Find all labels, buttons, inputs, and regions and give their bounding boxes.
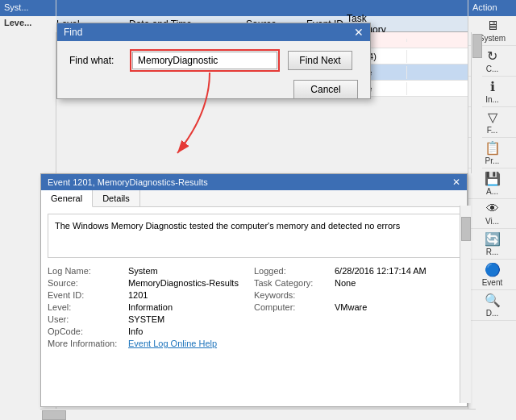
detail-field-level: Level: Information — [48, 302, 254, 312]
detail-content: The Windows Memory Diagnostic tested the… — [41, 207, 467, 401]
action-run[interactable]: 🔄 R... — [468, 229, 516, 260]
find-dialog-title: Find — [64, 27, 82, 38]
find-dialog-header: Find ✕ — [57, 23, 370, 41]
properties-icon: 📋 — [485, 140, 501, 156]
left-panel-header: Syst... — [0, 0, 56, 16]
find-row: Find what: Find Next — [69, 49, 358, 72]
event-detail-panel: Event 1201, MemoryDiagnostics-Results ✕ … — [40, 173, 468, 407]
detail-scrollbar-thumb[interactable] — [461, 217, 471, 241]
find-dialog-close-button[interactable]: ✕ — [354, 27, 364, 38]
run-icon: 🔄 — [485, 231, 501, 247]
eventid-label: Event ID: — [48, 290, 124, 300]
right-panel-header: Action — [468, 0, 516, 16]
system-icon: 🖥 — [486, 19, 499, 33]
detail-field-eventid: Event ID: 1201 — [48, 290, 254, 300]
logged-value: 6/28/2016 12:17:14 AM — [335, 266, 427, 276]
detail-title: Event 1201, MemoryDiagnostics-Results — [48, 177, 208, 187]
detail-field-taskcat: Task Category: None — [254, 278, 460, 288]
eventid-value: 1201 — [128, 290, 148, 300]
details-icon: 🔍 — [485, 293, 501, 308]
level-label-left: Leve... — [0, 16, 56, 32]
tab-details[interactable]: Details — [93, 190, 140, 206]
source-value: MemoryDiagnostics-Results — [128, 278, 239, 288]
detail-field-opcode: OpCode: Info — [48, 326, 254, 336]
action-view[interactable]: 👁 Vi... — [468, 199, 516, 229]
detail-fields: Log Name: System Source: MemoryDiagnosti… — [48, 266, 460, 348]
level-value: Information — [128, 302, 173, 312]
detail-field-moreinfo: More Information: Event Log Online Help — [48, 339, 254, 348]
taskcat-value: None — [335, 278, 356, 288]
event-list-scrollbar-thumb[interactable] — [472, 34, 482, 58]
filter-icon: ▽ — [488, 110, 497, 125]
detail-field-source: Source: MemoryDiagnostics-Results — [48, 278, 254, 288]
find-next-button[interactable]: Find Next — [288, 51, 352, 70]
refresh-icon: ↻ — [487, 48, 497, 64]
source-label: Source: — [48, 278, 124, 288]
opcode-value: Info — [128, 326, 143, 336]
user-value: SYSTEM — [128, 314, 164, 324]
level-label: Level: — [48, 302, 124, 312]
detail-description: The Windows Memory Diagnostic tested the… — [48, 214, 460, 258]
detail-scrollbar[interactable] — [460, 206, 471, 403]
detail-field-user: User: SYSTEM — [48, 314, 254, 324]
action-details[interactable]: 🔍 D... — [468, 290, 516, 321]
find-dialog: Find ✕ Find what: Find Next Cancel — [56, 23, 371, 99]
logname-value: System — [128, 266, 158, 276]
find-dialog-body: Find what: Find Next Cancel — [57, 41, 370, 107]
title-bar — [0, 0, 516, 16]
opcode-label: OpCode: — [48, 326, 124, 336]
detail-close-button[interactable]: ✕ — [452, 177, 460, 188]
detail-panel-header: Event 1201, MemoryDiagnostics-Results ✕ — [41, 174, 467, 190]
keywords-label: Keywords: — [254, 290, 331, 300]
attach-icon: 💾 — [485, 171, 501, 186]
detail-field-keywords: Keywords: — [254, 290, 460, 300]
detail-fields-right: Logged: 6/28/2016 12:17:14 AM Task Categ… — [254, 266, 460, 348]
detail-field-computer: Computer: VMware — [254, 302, 460, 312]
computer-label: Computer: — [254, 302, 331, 312]
find-what-label: Find what: — [69, 55, 122, 66]
logname-label: Log Name: — [48, 266, 124, 276]
event-list-scrollbar[interactable] — [471, 32, 482, 173]
detail-fields-left: Log Name: System Source: MemoryDiagnosti… — [48, 266, 254, 348]
cancel-button[interactable]: Cancel — [293, 80, 358, 99]
view-icon: 👁 — [486, 202, 499, 216]
horizontal-scrollbar[interactable] — [40, 409, 476, 420]
computer-value: VMware — [335, 302, 367, 312]
cancel-row: Cancel — [69, 80, 358, 99]
tab-general[interactable]: General — [41, 190, 93, 207]
find-input-wrapper — [130, 49, 280, 72]
event2-icon: 🔵 — [485, 262, 501, 277]
event-log-online-help-link[interactable]: Event Log Online Help — [128, 339, 217, 348]
taskcat-label: Task Category: — [254, 278, 331, 288]
user-label: User: — [48, 314, 124, 324]
detail-field-logged: Logged: 6/28/2016 12:17:14 AM — [254, 266, 460, 276]
action-event[interactable]: 🔵 Event — [468, 260, 516, 290]
info2-icon: ℹ — [490, 79, 495, 94]
moreinfo-label: More Information: — [48, 339, 124, 348]
detail-tabs: General Details — [41, 190, 467, 207]
detail-field-logname: Log Name: System — [48, 266, 254, 276]
logged-label: Logged: — [254, 266, 331, 276]
find-what-input[interactable] — [132, 52, 277, 69]
horizontal-scrollbar-thumb[interactable] — [42, 410, 66, 420]
